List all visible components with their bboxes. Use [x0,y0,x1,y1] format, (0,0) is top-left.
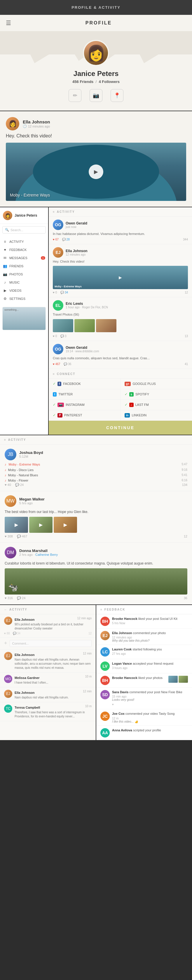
comment-button-2[interactable]: 💬 34 [61,291,68,294]
location-button[interactable]: 📍 [110,89,123,102]
full-feed-text-2: The best video from our last trip... Hop… [5,509,187,514]
small-name-2: Ella Johnson [14,653,34,657]
edit-profile-button[interactable]: ✏ [69,89,82,102]
sidebar-item-messages[interactable]: ✉ MESSAGES 1 [0,254,48,262]
spotify-label: SPOTIFY [135,393,149,396]
music-title-2: Moby - Disco Lies [8,468,34,472]
mini-video[interactable]: ▶ Moby - Extreme Ways [53,266,188,289]
comment-field[interactable]: Comment... [10,640,92,647]
sidebar-item-label: ACTIVITY [10,240,24,243]
photo-strip [53,319,188,332]
googleplus-label: GOOGLE PLUS [133,382,155,385]
two-col-section: 👩 Janice Peters 🔍 Search... ≡ ACTIVITY ♥… [0,207,192,435]
like-action-2[interactable]: ♥ 308 [5,535,13,538]
feedback-avatar-6: SD [100,690,110,699]
feed-user-name-3: Eric Lewis [66,302,108,306]
comment-action-3[interactable]: 💬 24 [17,596,26,600]
connect-lastfm[interactable]: ✓ ♪ LAST FM [120,400,192,410]
activity-panel-title: ACTIVITY [57,210,75,213]
sidebar-item-activity[interactable]: ≡ ACTIVITY [0,237,48,246]
video-thumb-1[interactable]: ▶ [5,517,28,533]
like-action-3[interactable]: ♥ 316 [5,596,13,600]
activity-panel: ≡ ACTIVITY OG Owen Gerald just now In ha… [49,207,192,435]
feedback-time-3: 27 hrs ago [112,652,188,655]
sidebar-item-videos[interactable]: ▶ VIDEOS [0,286,48,294]
feedback-like-6[interactable]: ♥ [112,703,114,706]
small-name-4: Ella Johnson [14,691,34,694]
small-like-1[interactable]: ♥ 88 [4,632,10,635]
connect-linkedin[interactable]: in LINKEDIN [120,410,192,421]
comment-button-1[interactable]: 💬 28 [62,238,70,241]
feedback-avatar-8: AA [100,728,110,738]
feed-text-4: Cras quis nulla commodo, aliquam lectus … [53,356,188,360]
feedback-item-4: LV Logan Vance accepted your friend requ… [96,659,192,673]
mini-play-icon[interactable]: ▶ [119,275,122,280]
music-item-4: ♪ Moby - Flower 6:16 [5,478,187,483]
feedback-avatar-7: JC [100,711,110,721]
feedback-avatar-3: LC [100,647,110,657]
lower-left-title: ACTIVITY [10,608,27,611]
search-icon: 🔍 [5,228,9,232]
full-count-3: 36 [184,596,187,600]
music-time-1: 5:47 [182,463,187,466]
sidebar-item-label: FEEDBACK [10,248,27,251]
comment-button-4[interactable]: 💬 36 [64,363,71,366]
feed-time-3: 1 hour ago · Roger De Flor, BCN [66,306,108,309]
connect-googleplus[interactable]: g+ GOOGLE PLUS [120,379,192,389]
video-thumb-2[interactable]: ▶ [29,517,53,533]
connect-grid: ✓ f FACEBOOK g+ GOOGLE PLUS t TWITTER ✓ … [49,379,192,421]
sidebar-item-photos[interactable]: 📷 PHOTOS [0,270,48,278]
photos-icon: 📷 [3,272,7,276]
sidebar-item-feedback[interactable]: ♥ FEEDBACK [0,246,48,254]
sidebar-item-label: VIDEOS [10,289,22,292]
search-bar[interactable]: 🔍 Search... [2,226,46,234]
small-content-3: Melissa Gardner 10 m I have hinted that … [14,675,92,685]
like-button-2[interactable]: ♥ 0 [53,291,57,294]
like-button-3[interactable]: ♥ 0 [53,334,57,338]
like-button-4[interactable]: ♥ 467 [53,363,60,366]
menu-icon: ≡ [53,210,55,213]
comment-input-row: + Comment... [0,638,96,649]
like-action-1[interactable]: ♥ 40 [5,483,11,487]
sidebar-item-settings[interactable]: ⚙ SETTINGS [0,294,48,303]
friends-label: Friends [80,80,93,84]
camera-button[interactable]: 📷 [90,89,102,102]
feedback-link-7[interactable]: I like this video... 👍 [112,720,188,723]
comment-button-3[interactable]: 💬 3 [61,334,66,338]
like-button-1[interactable]: ♥ 67 [53,238,59,241]
feedback-item-2: EJ Ella Johnson commented your photo 12 … [96,628,192,645]
add-comment-icon[interactable]: + [4,640,7,646]
back-icon[interactable]: ← [4,608,8,611]
video-thumbnail[interactable]: ▶ Moby - Extreme Ways [6,143,186,201]
hamburger-icon[interactable]: ☰ [6,19,11,27]
small-actions-1: ♥ 88 💬 34 12 [4,632,92,635]
connect-facebook[interactable]: ✓ f FACEBOOK [49,379,120,389]
sidebar-item-friends[interactable]: 👥 FRIENDS [0,262,48,270]
small-content-4: Ella Johnson 12 min Nam dapibus nisl vit… [14,690,92,700]
comment-action-2[interactable]: 💬 467 [17,535,27,538]
connect-pinterest[interactable]: ✓ P PINTEREST [49,410,120,421]
lastfm-icon: ♪ [129,402,134,407]
connect-instagram[interactable]: ✓ 📷 INSTAGRAM [49,400,120,410]
play-button[interactable]: ▶ [89,164,103,179]
connect-twitter[interactable]: t TWITTER [49,389,120,400]
full-user-info-1: Joshua Boyd 5:12M [19,450,43,458]
continue-button[interactable]: CONTINUE [49,421,192,435]
feedback-text-8: Anna Avilova scripted your profile [112,728,188,732]
avatar-container [0,40,192,66]
video-thumb-3[interactable]: ▶ [54,517,77,533]
sidebar-item-label: MESSAGES [10,256,27,260]
video-title: Extreme Ways [24,193,50,197]
small-comment-1[interactable]: 💬 34 [13,632,21,635]
feed-user-row-4: OG Owen Gerald 19:14 · www.dribbble.com [53,344,188,354]
connect-spotify[interactable]: ✓ s SPOTIFY [120,389,192,400]
sidebar-item-music[interactable]: ♪ MUSIC [0,278,48,286]
feed-actions-3: ♥ 0 💬 3 13 [53,334,188,338]
feedback-link-6[interactable]: Looks very good! [112,698,188,702]
full-feed-user-row-1: JB Joshua Boyd 5:12M [5,449,187,460]
friends-icon: 👥 [3,264,7,268]
comment-action-1[interactable]: 💬 24 [15,483,24,487]
sidebar-item-label: FRIENDS [10,264,23,268]
profile-nav-title: PROFILE [11,21,186,25]
feedback-link-2[interactable]: Why did you take this photo? [112,639,188,642]
